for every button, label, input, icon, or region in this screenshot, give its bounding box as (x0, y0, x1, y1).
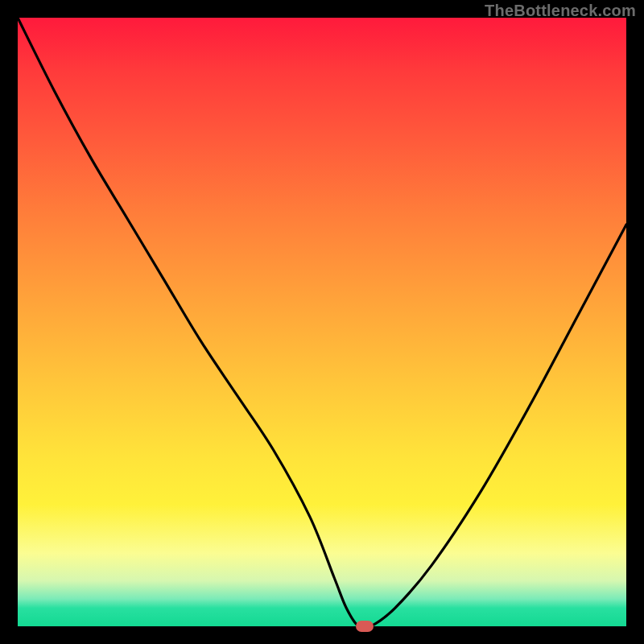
chart-frame: TheBottleneck.com (0, 0, 644, 644)
plot-area (18, 18, 626, 626)
bottleneck-curve (18, 18, 626, 626)
optimal-point-marker (356, 621, 374, 632)
